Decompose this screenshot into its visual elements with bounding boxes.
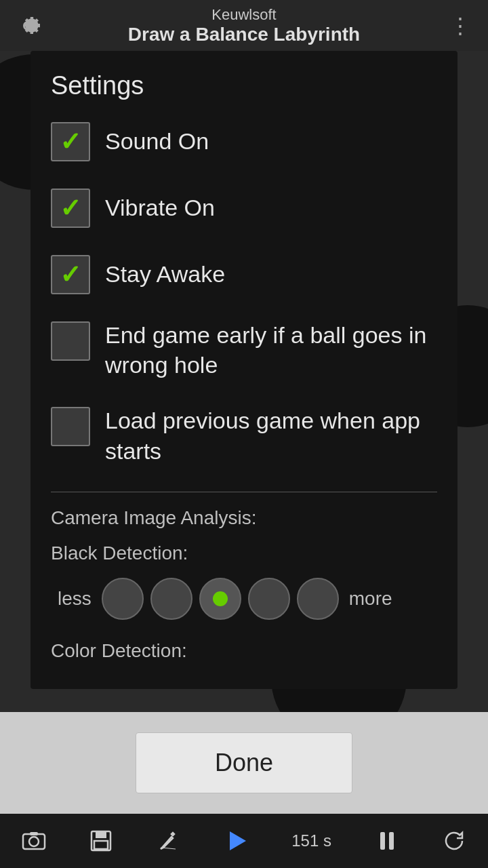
end-game-early-checkbox[interactable] <box>51 321 90 361</box>
settings-title: Settings <box>51 71 437 100</box>
radio-btn-5[interactable] <box>297 578 339 620</box>
stay-awake-checkbox[interactable]: ✓ <box>51 255 90 294</box>
svg-marker-7 <box>230 831 246 850</box>
svg-rect-9 <box>389 832 394 850</box>
load-previous-checkbox[interactable] <box>51 407 90 446</box>
black-detection-label: Black Detection: <box>51 542 437 564</box>
radio-dot-3 <box>213 591 228 606</box>
radio-dot-1 <box>115 591 130 606</box>
radio-btn-4[interactable] <box>248 578 290 620</box>
svg-rect-5 <box>94 841 108 849</box>
radio-btn-3[interactable] <box>199 578 241 620</box>
nav-timer: 151 s <box>291 831 331 850</box>
section-divider <box>51 492 437 492</box>
stay-awake-checkmark: ✓ <box>60 262 81 288</box>
nav-edit-icon[interactable] <box>157 829 181 853</box>
top-bar: Keuwlsoft Draw a Balance Labyrinth ⋮ <box>0 0 488 51</box>
svg-rect-4 <box>96 831 106 838</box>
radio-less-label: less <box>58 588 92 610</box>
vibrate-on-checkbox[interactable]: ✓ <box>51 189 90 228</box>
black-detection-radio-group: less more <box>51 578 437 620</box>
svg-line-6 <box>162 848 176 849</box>
radio-more-label: more <box>349 588 392 610</box>
vibrate-on-checkmark: ✓ <box>60 195 81 221</box>
gear-icon[interactable] <box>11 9 45 43</box>
done-button-bar: Done <box>0 712 488 814</box>
radio-dot-2 <box>164 591 179 606</box>
camera-section-label: Camera Image Analysis: <box>51 507 437 529</box>
sound-on-row[interactable]: ✓ Sound On <box>51 121 437 161</box>
end-game-early-row[interactable]: End game early if a ball goes in wrong h… <box>51 320 437 380</box>
svg-point-1 <box>29 837 39 846</box>
nav-reset-icon[interactable] <box>442 829 466 853</box>
vibrate-on-label: Vibrate On <box>105 193 215 222</box>
radio-dot-4 <box>262 591 277 606</box>
load-previous-row[interactable]: Load previous game when app starts <box>51 406 437 465</box>
radio-btn-2[interactable] <box>150 578 192 620</box>
end-game-early-label: End game early if a ball goes in wrong h… <box>105 320 437 380</box>
top-bar-center: Keuwlsoft Draw a Balance Labyrinth <box>45 6 443 45</box>
company-name: Keuwlsoft <box>45 6 443 24</box>
nav-save-icon[interactable] <box>89 829 113 853</box>
stay-awake-row[interactable]: ✓ Stay Awake <box>51 254 437 294</box>
nav-bar: 151 s <box>0 814 488 868</box>
nav-pause-icon[interactable] <box>375 829 399 853</box>
nav-play-icon[interactable] <box>224 829 249 853</box>
menu-dots-icon[interactable]: ⋮ <box>443 9 477 43</box>
svg-rect-2 <box>30 832 38 835</box>
done-button-label: Done <box>215 749 273 777</box>
settings-dialog: Settings ✓ Sound On ✓ Vibrate On ✓ Stay … <box>30 51 458 689</box>
svg-rect-8 <box>380 832 385 850</box>
done-button[interactable]: Done <box>136 732 352 793</box>
stay-awake-label: Stay Awake <box>105 259 225 289</box>
color-detection-label: Color Detection: <box>51 640 437 662</box>
sound-on-checkmark: ✓ <box>60 129 81 155</box>
radio-dot-5 <box>310 591 325 606</box>
nav-camera-icon[interactable] <box>22 829 46 853</box>
app-title: Draw a Balance Labyrinth <box>45 24 443 45</box>
load-previous-label: Load previous game when app starts <box>105 406 437 465</box>
radio-btn-1[interactable] <box>102 578 144 620</box>
sound-on-label: Sound On <box>105 126 209 156</box>
vibrate-on-row[interactable]: ✓ Vibrate On <box>51 187 437 228</box>
sound-on-checkbox[interactable]: ✓ <box>51 122 90 161</box>
